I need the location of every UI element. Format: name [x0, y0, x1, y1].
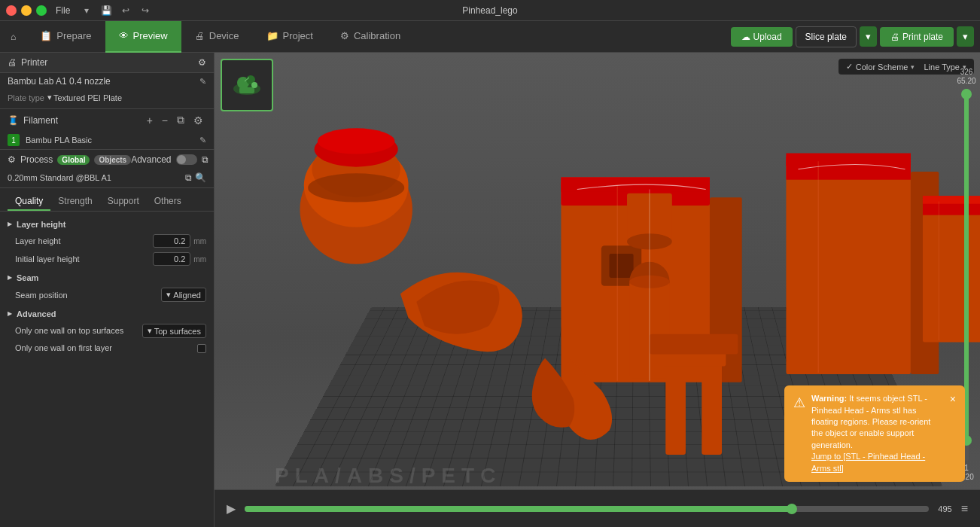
svg-point-37 — [627, 233, 672, 249]
svg-point-4 — [251, 82, 257, 88]
menu-file[interactable]: File — [51, 4, 75, 17]
save-icon[interactable]: 💾 — [99, 3, 114, 18]
print-dropdown-button[interactable]: ▾ — [957, 26, 974, 47]
copy-icon[interactable]: ⧉ — [202, 154, 208, 165]
svg-rect-36 — [627, 193, 672, 242]
tab-preview[interactable]: 👁 Preview — [105, 21, 181, 53]
copy-filament-button[interactable]: ⧉ — [174, 114, 187, 126]
tab-quality[interactable]: Quality — [8, 193, 50, 211]
printer-name[interactable]: Bambu Lab A1 0.4 nozzle — [8, 76, 199, 87]
warning-title: Warning: — [811, 394, 847, 403]
calibration-label: Calibration — [354, 30, 400, 41]
process-section: ⚙ Process Global Objects Advanced ⧉ ⚙ 0.… — [0, 150, 214, 188]
printer-header[interactable]: 🖨 Printer ⚙ — [0, 53, 214, 73]
edit-filament-icon[interactable]: ✎ — [199, 136, 206, 145]
process-label: Process — [20, 154, 53, 165]
preview-label: Preview — [133, 30, 168, 41]
warning-close-button[interactable]: × — [950, 393, 956, 474]
progress-thumb[interactable] — [787, 504, 797, 514]
thumbnail-1[interactable] — [221, 59, 273, 111]
main-content: 🖨 Printer ⚙ Bambu Lab A1 0.4 nozzle ✎ Pl… — [0, 53, 980, 527]
calibration-icon: ⚙ — [340, 30, 349, 41]
tab-strength[interactable]: Strength — [50, 193, 99, 211]
print-button[interactable]: 🖨 Print plate — [880, 27, 954, 47]
slice-dropdown-button[interactable]: ▾ — [860, 26, 877, 47]
settings-icon[interactable]: ⚙ — [198, 57, 206, 68]
quality-content: ▸ Layer height Layer height mm Initial l… — [0, 212, 214, 361]
home-button[interactable]: ⌂ — [0, 32, 26, 42]
first-layer-checkbox[interactable] — [197, 344, 206, 353]
print-label: Print plate — [902, 32, 943, 42]
prepare-icon: 📋 — [40, 30, 52, 41]
upload-icon: ☁ — [741, 32, 750, 42]
color-scheme-item[interactable]: ✓ Color Scheme ▾ — [846, 62, 915, 72]
layer-height-input-group: mm — [153, 234, 206, 248]
tab-project[interactable]: 📁 Project — [253, 21, 327, 53]
quality-tabs: Quality Strength Support Others — [0, 188, 214, 212]
warning-link[interactable]: Jump to [STL - Pinhead Head - Arms stl] — [811, 452, 925, 472]
edit-printer-icon[interactable]: ✎ — [199, 77, 206, 87]
top-surfaces-dropdown[interactable]: ▾ Top surfaces — [142, 324, 206, 338]
progress-value: 495 — [938, 504, 951, 513]
app-title: Pinhead_lego — [462, 5, 517, 16]
tab-others[interactable]: Others — [147, 193, 189, 211]
slider-thumb-top[interactable] — [961, 89, 972, 99]
badge-objects[interactable]: Objects — [94, 155, 131, 165]
advanced-section-header[interactable]: ▸ Advanced — [0, 304, 214, 321]
svg-rect-23 — [786, 153, 911, 166]
printer-label: Printer — [21, 57, 47, 68]
advanced-section-label: Advanced — [17, 309, 56, 318]
filament-name[interactable]: Bambu PLA Basic — [26, 136, 193, 145]
play-icon[interactable]: ▶ — [227, 501, 236, 516]
toggle-knob — [177, 155, 186, 164]
seam-position-dropdown[interactable]: ▾ Aligned — [161, 288, 206, 302]
maximize-button[interactable] — [36, 5, 47, 16]
color-scheme-check: ✓ — [846, 62, 853, 72]
remove-filament-button[interactable]: − — [159, 114, 171, 126]
tab-prepare[interactable]: 📋 Prepare — [26, 21, 105, 53]
undo-icon[interactable]: ↩ — [118, 3, 133, 18]
seam-position-label: Seam position — [15, 291, 68, 300]
tab-calibration[interactable]: ⚙ Calibration — [327, 21, 414, 53]
title-bar-left: File ▾ 💾 ↩ ↪ — [6, 3, 153, 18]
warning-icon: ⚠ — [793, 394, 805, 474]
copy-preset-icon[interactable]: ⧉ — [185, 172, 192, 183]
layer-height-section-label: Layer height — [17, 220, 65, 229]
process-left: ⚙ Process Global Objects — [8, 154, 131, 165]
slice-button[interactable]: Slice plate — [796, 26, 857, 47]
seam-header[interactable]: ▸ Seam — [0, 268, 214, 285]
minimize-button[interactable] — [21, 5, 32, 16]
upload-button[interactable]: ☁ Upload — [731, 27, 793, 47]
settings-filament-button[interactable]: ⚙ — [190, 114, 206, 126]
search-preset-icon[interactable]: 🔍 — [195, 172, 206, 183]
initial-layer-height-row: Initial layer height mm — [0, 250, 214, 268]
process-preset: 0.20mm Standard @BBL A1 ⧉ 🔍 — [0, 169, 214, 187]
tab-support[interactable]: Support — [100, 193, 147, 211]
advanced-toggle[interactable] — [176, 154, 197, 165]
plate-type-text: Textured PEI Plate — [53, 93, 122, 102]
advanced-label: Advanced — [131, 154, 171, 165]
layers-icon[interactable]: ≡ — [961, 502, 968, 516]
add-filament-button[interactable]: + — [144, 114, 156, 126]
tab-device[interactable]: 🖨 Device — [181, 21, 253, 53]
only-one-wall-label: Only one wall on top surfaces — [15, 325, 142, 337]
dropdown-icon[interactable]: ▾ — [79, 3, 94, 18]
seam-section-label: Seam — [17, 273, 38, 282]
filament-actions: + − ⧉ ⚙ — [144, 114, 206, 126]
progress-track[interactable] — [245, 506, 929, 512]
svg-rect-16 — [610, 254, 634, 278]
thumbnail-svg — [228, 66, 266, 104]
color-scheme-label: Color Scheme — [856, 62, 908, 72]
print-icon: 🖨 — [890, 32, 899, 42]
plate-type-value[interactable]: ▾ Textured PEI Plate — [47, 93, 122, 102]
layer-height-header[interactable]: ▸ Layer height — [0, 216, 214, 232]
svg-rect-20 — [786, 157, 911, 180]
close-button[interactable] — [6, 5, 17, 16]
layer-height-input[interactable] — [153, 234, 190, 248]
svg-rect-13 — [561, 181, 710, 206]
badge-global[interactable]: Global — [57, 155, 90, 165]
redo-icon[interactable]: ↪ — [138, 3, 153, 18]
initial-layer-input[interactable] — [153, 252, 190, 266]
svg-point-30 — [629, 276, 669, 288]
preset-name[interactable]: 0.20mm Standard @BBL A1 — [8, 173, 111, 182]
